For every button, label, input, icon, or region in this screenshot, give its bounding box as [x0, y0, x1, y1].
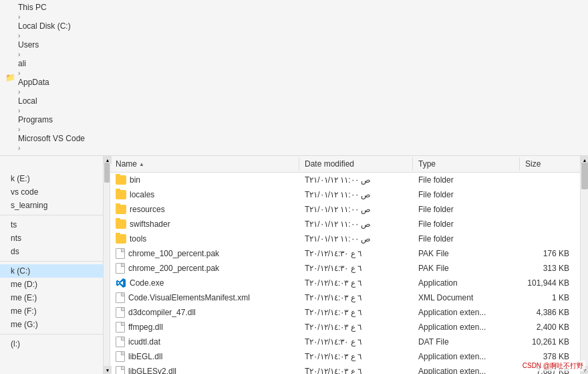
folder-icon	[116, 205, 126, 214]
table-row[interactable]: resources T۲۱/۰۱/۱۲ ص ۱۱:۰۰ File folder	[110, 202, 580, 217]
sidebar-item-e[interactable]: me (E:)	[0, 291, 103, 304]
table-row[interactable]: locales T۲۱/۰۱/۱۲ ص ۱۱:۰۰ File folder	[110, 187, 580, 202]
file-name: resources	[110, 203, 299, 215]
file-name: bin	[110, 174, 299, 186]
file-name: libGLESv2.dll	[110, 365, 299, 374]
file-date: T۲۱/۰۱/۱۲ ص ۱۱:۰۰	[299, 174, 413, 186]
table-row[interactable]: libEGL.dll T۲۰/۱۲/۱٦ ع ٤:۰۳ Application …	[110, 349, 580, 364]
col-name[interactable]: Name ▲	[110, 157, 299, 171]
file-size	[520, 238, 580, 240]
chevron-icon: ›	[18, 13, 20, 21]
table-row[interactable]: chrome_100_percent.pak T۲۰/۱۲/۱٦ ع ٤:۳۰ …	[110, 246, 580, 261]
breadcrumb-item[interactable]: Programs	[18, 115, 85, 124]
table-row[interactable]: swiftshader T۲۱/۰۱/۱۲ ص ۱۱:۰۰ File folde…	[110, 217, 580, 231]
file-name: locales	[110, 189, 299, 201]
chevron-icon: ›	[18, 107, 20, 114]
col-size[interactable]: Size	[520, 157, 580, 171]
main-area: k (E:) vs code s_learning ts nts ds k (C…	[0, 156, 588, 374]
sidebar-item-k-e[interactable]: k (E:)	[0, 172, 103, 185]
file-type: DAT File	[413, 336, 520, 348]
breadcrumb-item[interactable]: AppData	[18, 78, 85, 87]
sidebar-item-vscode[interactable]: vs code	[0, 185, 103, 199]
file-date: T۲۰/۱۲/۱٦ ع ٤:۳۰	[299, 262, 413, 274]
file-name: chrome_200_percent.pak	[110, 262, 299, 275]
chevron-icon: ›	[18, 126, 20, 133]
table-row[interactable]: libGLESv2.dll T۲۰/۱۲/۱٦ ع ٤:۰۳ Applicati…	[110, 364, 580, 374]
table-row[interactable]: Code.VisualElementsManifest.xml T۲۰/۱۲/۱…	[110, 290, 580, 305]
sidebar-item-l[interactable]: (l:)	[0, 337, 103, 351]
file-date: T۲۰/۱۲/۱٦ ع ٤:۰۳	[299, 292, 413, 304]
breadcrumb-item[interactable]: Local	[18, 96, 85, 106]
sidebar-item-nts[interactable]: nts	[0, 231, 103, 245]
table-row[interactable]: Code.exe T۲۰/۱۲/۱٦ ع ٤:۰۳ Application 10…	[110, 276, 580, 290]
file-type: File folder	[413, 189, 520, 201]
table-row[interactable]: chrome_200_percent.pak T۲۰/۱۲/۱٦ ع ٤:۳۰ …	[110, 261, 580, 276]
file-type: PAK File	[413, 248, 520, 260]
sidebar-item-ds[interactable]: ds	[0, 245, 103, 258]
file-size	[520, 223, 580, 225]
file-size	[520, 193, 580, 196]
sidebar-item-c[interactable]: k (C:)	[0, 264, 103, 278]
file-size: 4,386 KB	[520, 306, 580, 318]
sidebar-scrollbar[interactable]: ▲ ▼	[104, 156, 110, 374]
sidebar-item-g[interactable]: me (G:)	[0, 318, 103, 331]
sidebar-item-slearning[interactable]: s_learning	[0, 199, 103, 212]
file-type: XML Document	[413, 292, 520, 304]
scroll-thumb[interactable]	[104, 163, 110, 183]
table-row[interactable]: tools T۲۱/۰۱/۱۲ ص ۱۱:۰۰ File folder	[110, 231, 580, 246]
file-date: T۲۰/۱۲/۱٦ ع ٤:۳۰	[299, 248, 413, 260]
file-size: 176 KB	[520, 248, 580, 260]
file-type: Application exten...	[413, 351, 520, 363]
breadcrumb-item[interactable]: This PC	[18, 3, 85, 12]
file-type: File folder	[413, 203, 520, 215]
file-size: 1 KB	[520, 292, 580, 304]
breadcrumb-item[interactable]: Microsoft VS Code	[18, 134, 85, 143]
sidebar-item-f[interactable]: me (F:)	[0, 304, 103, 318]
file-name: Code.exe	[110, 276, 299, 290]
table-row[interactable]: bin T۲۱/۰۱/۱۲ ص ۱۱:۰۰ File folder	[110, 173, 580, 187]
chevron-icon: ›	[18, 88, 20, 96]
file-name: chrome_100_percent.pak	[110, 247, 299, 260]
file-icon	[116, 263, 125, 274]
file-date: T۲۰/۱۲/۱٦ ع ٤:۰۳	[299, 321, 413, 333]
file-name: ffmpeg.dll	[110, 320, 299, 334]
file-date: T۲۱/۰۱/۱۲ ص ۱۱:۰۰	[299, 233, 413, 245]
breadcrumb-item[interactable]: Local Disk (C:)	[18, 21, 85, 31]
chevron-icon: ›	[18, 145, 20, 152]
file-size: 2,400 KB	[520, 321, 580, 333]
file-scrollbar[interactable]: ▲ ▼	[580, 156, 588, 374]
sidebar-item-d[interactable]: me (D:)	[0, 278, 103, 291]
breadcrumb-item[interactable]: ali	[18, 59, 85, 68]
file-date: T۲۰/۱۲/۱٦ ع ٤:۳۰	[299, 336, 413, 348]
file-date: T۲۱/۰۱/۱۲ ص ۱۱:۰۰	[299, 203, 413, 215]
file-type: PAK File	[413, 262, 520, 274]
address-bar: 📁 This PC › Local Disk (C:) › Users › al…	[0, 0, 588, 156]
file-icon	[116, 366, 125, 374]
file-icon	[116, 351, 125, 362]
file-name: libEGL.dll	[110, 350, 299, 363]
file-date: T۲۱/۰۱/۱۲ ص ۱۱:۰۰	[299, 189, 413, 201]
folder-icon	[116, 219, 126, 229]
column-header: Name ▲ Date modified Type Size	[110, 156, 580, 173]
file-date: T۲۱/۰۱/۱۲ ص ۱۱:۰۰	[299, 218, 413, 230]
file-type: Application exten...	[413, 321, 520, 333]
scroll-thumb-right[interactable]	[581, 163, 588, 189]
table-row[interactable]: d3dcompiler_47.dll T۲۰/۱۲/۱٦ ع ٤:۰۳ Appl…	[110, 305, 580, 320]
breadcrumb-item[interactable]: Users	[18, 40, 85, 50]
file-date: T۲۰/۱۲/۱٦ ع ٤:۰۳	[299, 306, 413, 318]
sidebar-divider	[0, 334, 103, 335]
folder-icon	[116, 190, 126, 199]
file-icon	[116, 307, 125, 318]
breadcrumb-icon: 📁	[5, 73, 15, 82]
col-type[interactable]: Type	[413, 157, 520, 171]
scroll-down-arrow[interactable]: ▼	[104, 366, 112, 374]
table-row[interactable]: icudtl.dat T۲۰/۱۲/۱٦ ع ٤:۳۰ DAT File 10,…	[110, 335, 580, 349]
file-icon	[116, 337, 125, 347]
file-type: File folder	[413, 174, 520, 186]
table-row[interactable]: ffmpeg.dll T۲۰/۱۲/۱٦ ع ٤:۰۳ Application …	[110, 320, 580, 335]
sidebar-item-ts[interactable]: ts	[0, 218, 103, 231]
col-date-modified[interactable]: Date modified	[299, 157, 413, 171]
file-size: 10,261 KB	[520, 336, 580, 348]
file-icon	[116, 248, 125, 259]
file-name: d3dcompiler_47.dll	[110, 306, 299, 319]
